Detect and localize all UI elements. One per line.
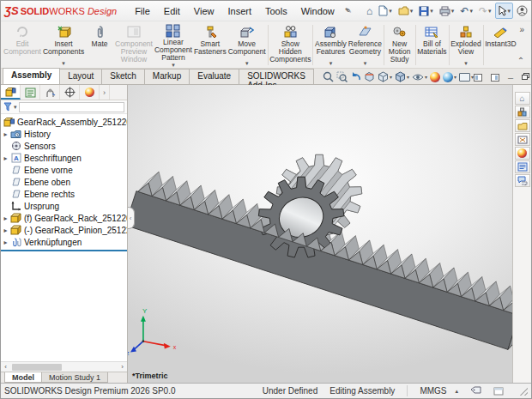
scrollbar-track[interactable]: [10, 363, 118, 372]
smart-fasteners-button[interactable]: Smart Fasteners: [193, 22, 227, 68]
scroll-left-icon[interactable]: ‹: [1, 363, 10, 371]
redo-button[interactable]: ↷▾: [476, 3, 494, 19]
graphics-viewport[interactable]: Yxz ‹ *Trimetric: [128, 85, 512, 383]
linear-component-pattern-button[interactable]: Linear Component Pattern ▾: [154, 22, 193, 68]
tab-evaluate[interactable]: Evaluate: [189, 69, 239, 84]
displaymanager-tab[interactable]: [80, 85, 100, 100]
section-view-button[interactable]: [364, 71, 375, 82]
tags-icon[interactable]: [470, 386, 481, 396]
unit-system-selector[interactable]: MMGS ▴: [420, 386, 458, 396]
propertymanager-tab[interactable]: [21, 85, 40, 100]
edit-component-button[interactable]: Edit Component: [3, 22, 42, 68]
previous-view-button[interactable]: [350, 71, 361, 82]
new-motion-study-button[interactable]: New Motion Study: [385, 22, 414, 68]
show-hidden-components-button[interactable]: Show Hidden Components: [269, 22, 311, 68]
edit-appearance-button[interactable]: [430, 72, 440, 82]
tree-item-assembly-root[interactable]: GearRack_Assembly_25122601 (Standa: [1, 116, 127, 128]
open-button[interactable]: ▾: [396, 3, 416, 18]
status-pane-icon[interactable]: [493, 387, 504, 396]
expand-arrow-icon[interactable]: ▸: [1, 227, 10, 234]
new-document-button[interactable]: ▾: [376, 3, 395, 19]
chevron-down-icon[interactable]: ▾: [464, 60, 468, 68]
chevron-down-icon[interactable]: ▾: [14, 104, 17, 111]
chevron-down-icon[interactable]: ▾: [451, 8, 455, 15]
tab-assembly[interactable]: Assembly: [3, 68, 60, 84]
ribbon-overflow-button[interactable]: »: [517, 25, 524, 34]
reference-geometry-button[interactable]: Reference Geometry ▾: [348, 22, 383, 68]
configurationmanager-tab[interactable]: [40, 85, 60, 100]
chevron-down-icon[interactable]: ▾: [329, 60, 333, 68]
resize-grip[interactable]: [519, 387, 528, 396]
zoom-to-fit-button[interactable]: [323, 71, 334, 82]
print-button[interactable]: ▾: [437, 3, 457, 19]
tab-sketch[interactable]: Sketch: [101, 69, 145, 84]
menu-view[interactable]: View: [188, 3, 221, 19]
assembly-features-button[interactable]: Assembly Features ▾: [314, 22, 348, 68]
menu-tools[interactable]: Tools: [259, 3, 293, 19]
menu-window[interactable]: Window: [295, 3, 341, 19]
doc-minimize-button[interactable]: –: [508, 73, 513, 82]
tree-item-origin[interactable]: Ursprung: [1, 200, 127, 212]
tree-item-front-plane[interactable]: Ebene vorne: [1, 164, 127, 176]
tree-item-annotations[interactable]: ▸ A Beschriftungen: [1, 152, 127, 164]
expand-arrow-icon[interactable]: ▸: [1, 130, 10, 138]
design-library-button[interactable]: [515, 106, 530, 118]
view-orientation-button[interactable]: ▾: [378, 71, 392, 82]
tree-item-mates[interactable]: ▸ Verknüpfungen: [1, 236, 127, 248]
view-settings-button[interactable]: ▾: [459, 73, 474, 82]
display-style-button[interactable]: ▾: [395, 71, 409, 82]
chevron-down-icon[interactable]: ▾: [488, 8, 492, 15]
filter-funnel-icon[interactable]: [3, 102, 12, 112]
chevron-down-icon[interactable]: ▾: [407, 74, 409, 80]
rollback-bar[interactable]: [1, 250, 127, 251]
tree-item-sensors[interactable]: Sensors: [1, 140, 127, 152]
tree-horizontal-scrollbar[interactable]: ‹ ›: [1, 361, 127, 372]
scroll-right-icon[interactable]: ›: [118, 363, 127, 371]
bill-of-materials-button[interactable]: Bill of Materials: [416, 22, 447, 68]
featuremanager-tree-tab[interactable]: [1, 85, 21, 100]
file-explorer-button[interactable]: [515, 119, 530, 132]
tab-markup[interactable]: Markup: [144, 69, 190, 84]
chevron-down-icon[interactable]: ▾: [425, 74, 427, 80]
gearrack-pinion-part[interactable]: [258, 154, 361, 257]
tree-item-gearrack-pinion[interactable]: ▸ (-) GearRack_Pinion_25122601<1>: [1, 224, 127, 236]
zoom-to-area-button[interactable]: [336, 71, 348, 82]
tab-model[interactable]: Model: [4, 372, 42, 383]
tab-motion-study-1[interactable]: Motion Study 1: [41, 372, 108, 383]
doc-restore-button[interactable]: [522, 73, 530, 82]
chevron-down-icon[interactable]: ▾: [469, 8, 473, 15]
resources-home-button[interactable]: ⌂: [515, 92, 530, 105]
instant3d-button[interactable]: Instant3D: [484, 22, 517, 68]
previous-document-icon[interactable]: [474, 74, 482, 82]
insert-components-button[interactable]: Insert Components ▾: [42, 22, 85, 68]
chevron-down-icon[interactable]: ▾: [245, 60, 249, 68]
panel-collapse-flap[interactable]: ‹: [128, 207, 135, 229]
select-tool-button[interactable]: ▾: [495, 3, 514, 19]
account-button[interactable]: [514, 3, 530, 19]
pin-menubar-icon[interactable]: ✒: [342, 4, 354, 18]
appearances-scenes-button[interactable]: [515, 147, 530, 160]
panel-tab-expand-button[interactable]: ›: [100, 85, 110, 100]
chevron-down-icon[interactable]: ▾: [389, 8, 392, 15]
tree-item-right-plane[interactable]: Ebene rechts: [1, 188, 127, 200]
home-button[interactable]: ⌂: [364, 3, 375, 19]
menu-edit[interactable]: Edit: [158, 3, 186, 19]
chevron-down-icon[interactable]: ▾: [62, 60, 65, 68]
menu-file[interactable]: File: [129, 3, 156, 19]
tree-item-history[interactable]: ▸ History: [1, 128, 127, 140]
component-preview-window-button[interactable]: Component Preview Window: [114, 22, 154, 68]
menu-insert[interactable]: Insert: [221, 3, 257, 19]
expand-arrow-icon[interactable]: ▸: [1, 239, 10, 246]
tree-item-gearrack-rack[interactable]: ▸ (f) GearRack_Rack_25122601<1> (: [1, 212, 127, 224]
scrollbar-thumb[interactable]: [12, 364, 62, 371]
apply-scene-button[interactable]: ▾: [443, 72, 456, 82]
next-document-icon[interactable]: [491, 74, 499, 82]
chevron-down-icon[interactable]: ▾: [410, 8, 414, 15]
forum-button[interactable]: [515, 174, 530, 187]
tab-layout[interactable]: Layout: [59, 69, 102, 84]
chevron-down-icon[interactable]: ▾: [390, 74, 392, 80]
hide-show-items-button[interactable]: ▾: [412, 72, 427, 82]
dimxpertmanager-tab[interactable]: [60, 85, 80, 100]
view-palette-button[interactable]: [515, 133, 530, 146]
chevron-down-icon[interactable]: ▾: [430, 8, 433, 15]
